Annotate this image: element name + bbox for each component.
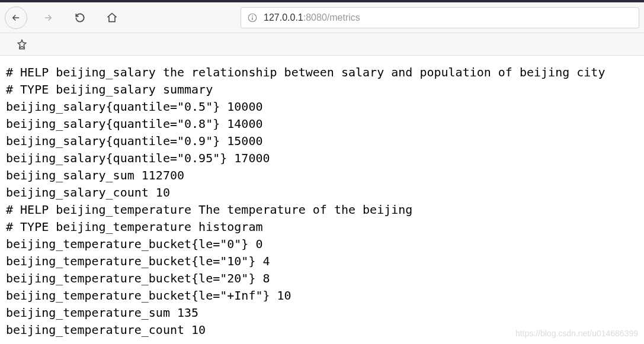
reload-button[interactable] [69,7,91,29]
arrow-right-icon [43,12,53,23]
arrow-left-icon [11,12,21,23]
url-text: 127.0.0.1:8080/metrics [264,12,360,23]
svg-rect-2 [252,17,253,20]
url-path: /metrics [327,12,360,22]
bookmark-bar [0,33,644,56]
bookmark-star-icon [16,38,28,50]
info-icon[interactable] [247,12,258,23]
nav-button-group [5,7,123,29]
browser-toolbar: 127.0.0.1:8080/metrics [0,2,644,33]
watermark: https://blog.csdn.net/u014686399 [515,329,638,338]
url-bar[interactable]: 127.0.0.1:8080/metrics [241,7,639,28]
url-port: :8080 [303,12,327,22]
home-button[interactable] [101,7,123,29]
reload-icon [74,12,86,24]
bookmark-button[interactable] [11,33,33,56]
forward-button[interactable] [37,7,59,29]
metrics-content: # HELP beijing_salary the relationship b… [0,56,644,344]
url-host: 127.0.0.1 [264,12,303,22]
back-button[interactable] [5,7,27,29]
home-icon [106,12,118,24]
svg-point-1 [252,15,253,17]
